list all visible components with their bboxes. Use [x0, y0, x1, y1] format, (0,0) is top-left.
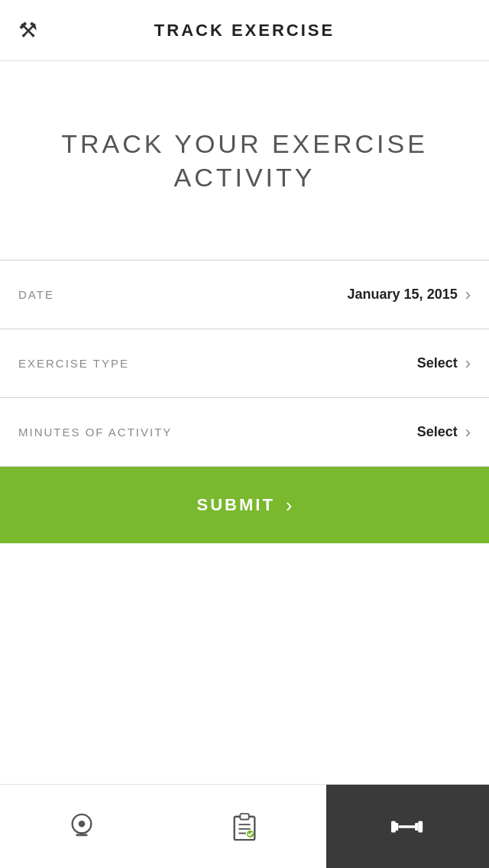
svg-rect-3	[80, 832, 83, 835]
tools-icon[interactable]: ⚒	[18, 18, 37, 43]
hero-section: TRACK YOUR EXERCISE ACTIVITY	[0, 61, 489, 260]
exercise-type-chevron-icon: ›	[465, 354, 471, 374]
minutes-label: MINUTES OF ACTIVITY	[18, 426, 172, 439]
svg-rect-5	[240, 813, 248, 819]
date-label: DATE	[18, 288, 54, 301]
exercise-type-value: Select	[417, 355, 458, 371]
minutes-value: Select	[417, 424, 458, 440]
minutes-row[interactable]: MINUTES OF ACTIVITY Select ›	[0, 398, 489, 467]
minutes-value-group: Select ›	[417, 423, 471, 442]
header: ⚒ TRACK EXERCISE	[0, 0, 489, 61]
svg-point-1	[78, 820, 85, 827]
date-row[interactable]: DATE January 15, 2015 ›	[0, 261, 489, 329]
exercise-type-value-group: Select ›	[417, 354, 471, 374]
submit-button[interactable]: SUBMIT ›	[0, 467, 489, 543]
svg-rect-12	[399, 825, 417, 828]
minutes-chevron-icon: ›	[465, 423, 471, 442]
bottom-nav	[0, 784, 489, 868]
svg-rect-10	[391, 821, 396, 832]
submit-chevron-icon: ›	[286, 494, 293, 517]
svg-rect-11	[395, 822, 398, 830]
exercise-type-row[interactable]: EXERCISE TYPE Select ›	[0, 329, 489, 398]
svg-rect-13	[415, 822, 418, 830]
date-chevron-icon: ›	[465, 285, 471, 305]
exercise-type-label: EXERCISE TYPE	[18, 357, 129, 370]
nav-item-clipboard[interactable]	[163, 785, 325, 868]
hero-text: TRACK YOUR EXERCISE ACTIVITY	[61, 127, 428, 194]
date-value: January 15, 2015	[348, 287, 458, 303]
scale-icon	[67, 812, 96, 841]
submit-label: SUBMIT	[197, 495, 275, 515]
form-section: DATE January 15, 2015 › EXERCISE TYPE Se…	[0, 260, 489, 467]
svg-rect-14	[419, 821, 423, 832]
dumbbell-icon	[391, 815, 423, 838]
clipboard-icon	[231, 812, 258, 841]
nav-item-scale[interactable]	[0, 785, 163, 868]
nav-item-exercise[interactable]	[326, 785, 489, 868]
date-value-group: January 15, 2015 ›	[348, 285, 471, 305]
page-title: TRACK EXERCISE	[154, 21, 335, 40]
